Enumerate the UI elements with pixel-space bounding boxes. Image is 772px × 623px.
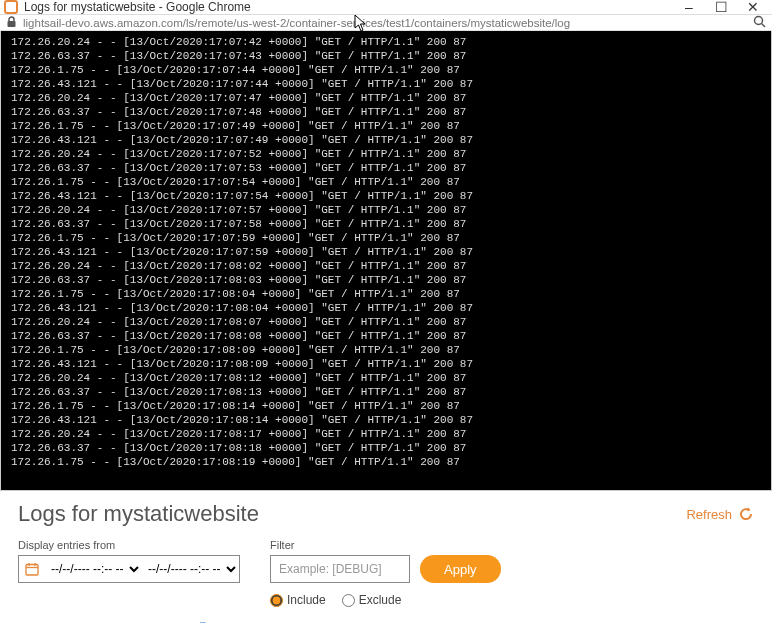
refresh-label: Refresh	[686, 507, 732, 522]
refresh-icon	[738, 506, 754, 522]
svg-point-1	[755, 17, 763, 25]
filter-label: Filter	[270, 539, 501, 551]
search-icon[interactable]	[753, 15, 766, 30]
url-text: lightsail-devo.aws.amazon.com/ls/remote/…	[23, 17, 570, 29]
apply-button[interactable]: Apply	[420, 555, 501, 583]
refresh-button[interactable]: Refresh	[686, 506, 754, 522]
lock-icon	[6, 16, 17, 30]
window-minimize-button[interactable]: –	[682, 0, 696, 14]
app-icon	[4, 0, 18, 14]
log-console[interactable]: 172.26.20.24 - - [13/Oct/2020:17:07:42 +…	[0, 31, 772, 491]
window-title: Logs for mystaticwebsite - Google Chrome	[24, 0, 251, 14]
svg-rect-3	[26, 565, 38, 576]
exclude-radio[interactable]	[342, 594, 355, 607]
include-text: Include	[287, 593, 326, 607]
address-bar[interactable]: lightsail-devo.aws.amazon.com/ls/remote/…	[0, 15, 772, 31]
calendar-icon	[19, 562, 45, 576]
window-close-button[interactable]: ✕	[746, 0, 760, 14]
display-entries-label: Display entries from	[18, 539, 240, 551]
window-maximize-button[interactable]: ☐	[714, 0, 728, 14]
controls-panel: Logs for mystaticwebsite Refresh Display…	[0, 491, 772, 623]
exclude-radio-label[interactable]: Exclude	[342, 593, 402, 607]
page-heading: Logs for mystaticwebsite	[18, 501, 259, 527]
date-to-select[interactable]: --/--/---- --:-- --	[142, 556, 239, 582]
exclude-text: Exclude	[359, 593, 402, 607]
include-radio-label[interactable]: Include	[270, 593, 326, 607]
svg-rect-0	[8, 21, 16, 27]
window-titlebar: Logs for mystaticwebsite - Google Chrome…	[0, 0, 772, 15]
svg-line-2	[762, 24, 766, 28]
include-radio[interactable]	[270, 594, 283, 607]
filter-input[interactable]	[270, 555, 410, 583]
date-range-picker[interactable]: --/--/---- --:-- -- --/--/---- --:-- --	[18, 555, 240, 583]
date-from-select[interactable]: --/--/---- --:-- --	[45, 556, 142, 582]
